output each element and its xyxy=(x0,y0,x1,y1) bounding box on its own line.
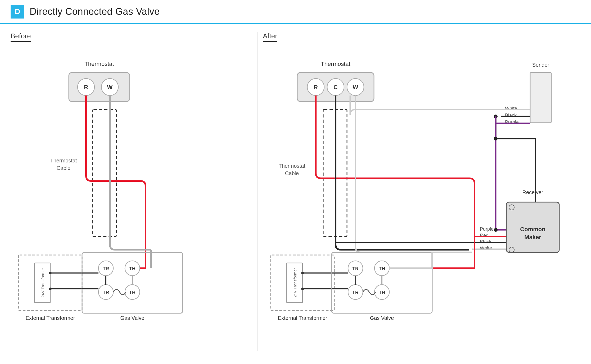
svg-text:Cable: Cable xyxy=(57,165,70,171)
svg-text:TH: TH xyxy=(379,266,385,271)
svg-text:TH: TH xyxy=(379,290,385,295)
svg-text:TR: TR xyxy=(103,266,109,271)
svg-text:Thermostat: Thermostat xyxy=(321,61,350,67)
after-diagram: R C W Thermostat Sender White Black Purp… xyxy=(263,46,580,351)
page-title: Directly Connected Gas Valve xyxy=(30,6,160,17)
page-header: D Directly Connected Gas Valve xyxy=(0,0,591,24)
svg-text:Gas Valve: Gas Valve xyxy=(120,315,145,321)
section-badge: D xyxy=(11,5,24,19)
svg-text:Common: Common xyxy=(520,226,545,233)
svg-text:C: C xyxy=(333,84,338,90)
before-panel: Before R W Thermostat Thermostat Cable xyxy=(11,32,252,351)
svg-text:Black: Black xyxy=(480,239,492,244)
svg-text:TR: TR xyxy=(352,290,359,295)
svg-text:W: W xyxy=(353,84,358,90)
panel-divider xyxy=(257,32,258,351)
before-diagram: R W Thermostat Thermostat Cable xyxy=(11,46,252,351)
svg-text:W: W xyxy=(107,84,113,90)
svg-text:Red: Red xyxy=(480,233,489,238)
svg-text:Maker: Maker xyxy=(524,234,541,240)
svg-rect-41 xyxy=(530,72,551,123)
svg-text:TR: TR xyxy=(103,290,109,295)
svg-text:Purple: Purple xyxy=(505,120,519,125)
svg-text:Sender: Sender xyxy=(532,62,549,68)
svg-text:24V Transformer: 24V Transformer xyxy=(293,268,297,298)
svg-text:External Transformer: External Transformer xyxy=(278,315,327,321)
before-label: Before xyxy=(11,32,31,42)
svg-text:White: White xyxy=(480,245,492,251)
main-content: Before R W Thermostat Thermostat Cable xyxy=(0,24,591,357)
svg-text:Thermostat: Thermostat xyxy=(50,158,77,163)
after-panel: After R C W Thermostat Sender xyxy=(263,32,580,351)
svg-text:24V Transformer: 24V Transformer xyxy=(40,268,45,298)
svg-text:White: White xyxy=(505,106,517,111)
svg-text:R: R xyxy=(314,84,318,90)
svg-text:Receiver: Receiver xyxy=(522,189,543,195)
svg-rect-6 xyxy=(93,110,116,236)
svg-text:Gas Valve: Gas Valve xyxy=(370,315,394,321)
svg-text:Cable: Cable xyxy=(285,170,299,176)
svg-text:Thermostat: Thermostat xyxy=(278,163,305,169)
svg-text:Black: Black xyxy=(505,113,517,118)
svg-text:TH: TH xyxy=(129,266,136,271)
svg-text:Purple: Purple xyxy=(480,226,494,232)
svg-text:External Transformer: External Transformer xyxy=(26,315,75,321)
svg-text:TH: TH xyxy=(129,290,136,295)
svg-text:R: R xyxy=(84,84,88,90)
svg-text:Thermostat: Thermostat xyxy=(84,61,114,67)
svg-text:TR: TR xyxy=(352,266,359,271)
svg-point-66 xyxy=(494,228,498,232)
after-label: After xyxy=(263,32,277,42)
